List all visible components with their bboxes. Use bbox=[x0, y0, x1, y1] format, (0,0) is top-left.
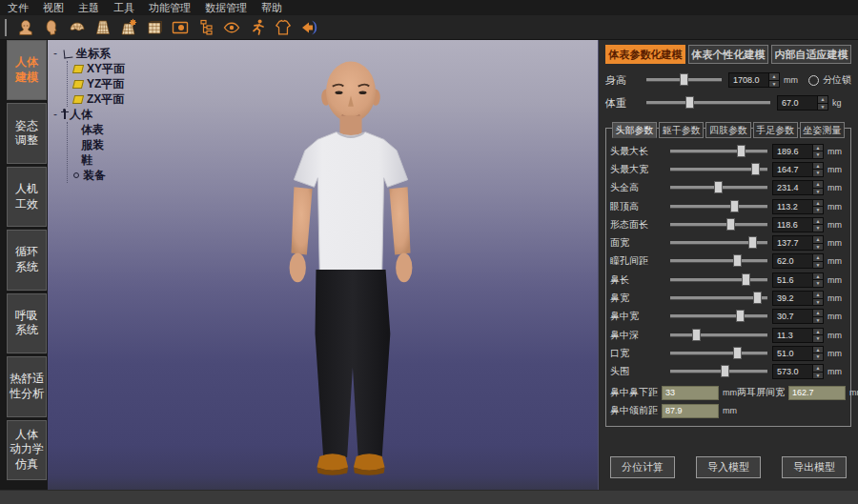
runner-icon[interactable] bbox=[248, 18, 267, 37]
value-box[interactable]: 30.7▲▼ bbox=[772, 309, 824, 324]
display-icon[interactable] bbox=[171, 18, 190, 37]
spin-up-icon[interactable]: ▲ bbox=[818, 96, 827, 104]
spin-up-icon[interactable]: ▲ bbox=[813, 200, 823, 208]
spin-down-icon[interactable]: ▼ bbox=[813, 189, 823, 195]
bust-icon[interactable] bbox=[16, 18, 35, 37]
viewport-3d[interactable]: -坐标系XY平面YZ平面ZX平面-人体体表服装鞋装备 bbox=[48, 40, 598, 490]
sidebar-tab-thermal-comfort[interactable]: 热舒适性分析 bbox=[7, 356, 47, 416]
spin-up-icon[interactable]: ▲ bbox=[813, 329, 823, 336]
param-tab-0[interactable]: 头部参数 bbox=[612, 122, 657, 138]
spin-down-icon[interactable]: ▼ bbox=[769, 81, 779, 88]
percentile-lock-radio[interactable] bbox=[808, 75, 819, 86]
tree-expander[interactable]: - bbox=[53, 47, 60, 60]
slider-track[interactable] bbox=[670, 352, 767, 355]
value-box[interactable]: 573.0▲▼ bbox=[772, 364, 824, 379]
spin-up-icon[interactable]: ▲ bbox=[813, 310, 823, 317]
slider-track[interactable] bbox=[670, 370, 767, 373]
spin-down-icon[interactable]: ▼ bbox=[813, 317, 823, 324]
spin-down-icon[interactable]: ▼ bbox=[813, 353, 823, 360]
slider-handle[interactable] bbox=[730, 200, 739, 212]
measure-input[interactable]: 87.9 bbox=[662, 404, 719, 418]
spin-up-icon[interactable]: ▲ bbox=[813, 181, 823, 189]
slider-track[interactable] bbox=[670, 333, 767, 337]
exit-icon[interactable] bbox=[299, 18, 318, 37]
value-box[interactable]: 164.7▲▼ bbox=[772, 162, 824, 177]
slider-track[interactable] bbox=[670, 314, 767, 318]
param-tab-1[interactable]: 躯干参数 bbox=[659, 122, 704, 138]
spin-down-icon[interactable]: ▼ bbox=[813, 207, 823, 213]
tree-node[interactable]: 服装 bbox=[73, 137, 125, 152]
tree-node[interactable]: 体表 bbox=[73, 122, 125, 137]
value-box[interactable]: 51.0▲▼ bbox=[772, 346, 824, 361]
tree-node[interactable]: YZ平面 bbox=[73, 76, 125, 91]
value-box[interactable]: 11.3▲▼ bbox=[772, 328, 824, 343]
slider-handle[interactable] bbox=[733, 254, 742, 267]
slider-track[interactable] bbox=[670, 205, 767, 209]
sidebar-tab-posture-adjust[interactable]: 姿态调整 bbox=[7, 103, 47, 163]
panel-tab-2[interactable]: 内部自适应建模 bbox=[771, 45, 851, 64]
slider-handle[interactable] bbox=[726, 218, 735, 231]
action-button-0[interactable]: 分位计算 bbox=[610, 456, 675, 478]
spin-up-icon[interactable]: ▲ bbox=[813, 218, 823, 226]
value-box[interactable]: 231.4▲▼ bbox=[772, 180, 824, 195]
slider-handle[interactable] bbox=[685, 96, 694, 109]
sidebar-tab-body-dynamics[interactable]: 人体动力学仿真 bbox=[7, 420, 47, 480]
slider-handle[interactable] bbox=[692, 329, 701, 341]
param-tab-2[interactable]: 四肢参数 bbox=[705, 122, 750, 138]
spin-up-icon[interactable]: ▲ bbox=[813, 163, 823, 171]
slider-track[interactable] bbox=[670, 150, 767, 153]
slider-handle[interactable] bbox=[751, 163, 760, 175]
slider-track[interactable] bbox=[670, 168, 767, 171]
hierarchy-icon[interactable] bbox=[196, 18, 215, 37]
tree-node[interactable]: -坐标系 bbox=[53, 46, 125, 61]
menu-item-2[interactable]: 主题 bbox=[78, 1, 99, 15]
tree-node[interactable]: XY平面 bbox=[73, 61, 125, 76]
slider-track[interactable] bbox=[670, 296, 767, 300]
spin-down-icon[interactable]: ▼ bbox=[813, 373, 823, 379]
sidebar-tab-circulatory[interactable]: 循环系统 bbox=[7, 230, 47, 290]
action-button-2[interactable]: 导出模型 bbox=[782, 456, 847, 478]
value-box[interactable]: 113.2▲▼ bbox=[772, 199, 824, 214]
slider-track[interactable] bbox=[670, 241, 767, 245]
head-icon[interactable] bbox=[42, 18, 61, 37]
menu-item-6[interactable]: 帮助 bbox=[261, 1, 282, 15]
value-box[interactable]: 118.6▲▼ bbox=[772, 217, 824, 232]
tree-node[interactable]: ZX平面 bbox=[73, 91, 125, 107]
tree-node[interactable]: 鞋 bbox=[73, 152, 125, 168]
spin-up-icon[interactable]: ▲ bbox=[813, 145, 823, 152]
spin-down-icon[interactable]: ▼ bbox=[813, 151, 823, 158]
measure-input[interactable]: 33 bbox=[662, 386, 719, 400]
skirt-mesh-icon[interactable] bbox=[93, 18, 112, 37]
spin-down-icon[interactable]: ▼ bbox=[813, 335, 823, 342]
action-button-1[interactable]: 导入模型 bbox=[696, 456, 761, 478]
spin-up-icon[interactable]: ▲ bbox=[813, 273, 823, 281]
slider-track[interactable] bbox=[646, 78, 722, 82]
param-tab-3[interactable]: 手足参数 bbox=[753, 122, 798, 138]
value-box[interactable]: 51.6▲▼ bbox=[772, 272, 824, 288]
menu-item-4[interactable]: 功能管理 bbox=[149, 1, 191, 15]
slider-handle[interactable] bbox=[753, 292, 762, 304]
slider-handle[interactable] bbox=[742, 273, 750, 286]
menu-item-0[interactable]: 文件 bbox=[8, 1, 29, 15]
slider-track[interactable] bbox=[670, 223, 767, 227]
measure-input[interactable]: 162.7 bbox=[788, 386, 846, 400]
slider-handle[interactable] bbox=[736, 310, 745, 322]
slider-handle[interactable] bbox=[733, 347, 742, 359]
panel-tab-0[interactable]: 体表参数化建模 bbox=[605, 45, 685, 64]
slider-handle[interactable] bbox=[721, 365, 729, 377]
spin-up-icon[interactable]: ▲ bbox=[769, 73, 779, 81]
menu-item-1[interactable]: 视图 bbox=[43, 1, 64, 15]
value-box[interactable]: 67.0▲▼ bbox=[777, 95, 828, 111]
hair-mesh-icon[interactable] bbox=[68, 18, 87, 37]
spin-down-icon[interactable]: ▼ bbox=[813, 299, 823, 306]
value-box[interactable]: 62.0▲▼ bbox=[772, 253, 824, 269]
slider-track[interactable] bbox=[670, 278, 767, 282]
spin-up-icon[interactable]: ▲ bbox=[813, 292, 823, 299]
spin-up-icon[interactable]: ▲ bbox=[813, 347, 823, 354]
sidebar-tab-ergonomics[interactable]: 人机工效 bbox=[7, 167, 47, 227]
spin-down-icon[interactable]: ▼ bbox=[813, 280, 823, 287]
spin-down-icon[interactable]: ▼ bbox=[813, 262, 823, 269]
toolbar-grip[interactable] bbox=[5, 19, 9, 36]
value-box[interactable]: 1708.0▲▼ bbox=[728, 72, 780, 88]
value-box[interactable]: 137.7▲▼ bbox=[772, 235, 824, 251]
